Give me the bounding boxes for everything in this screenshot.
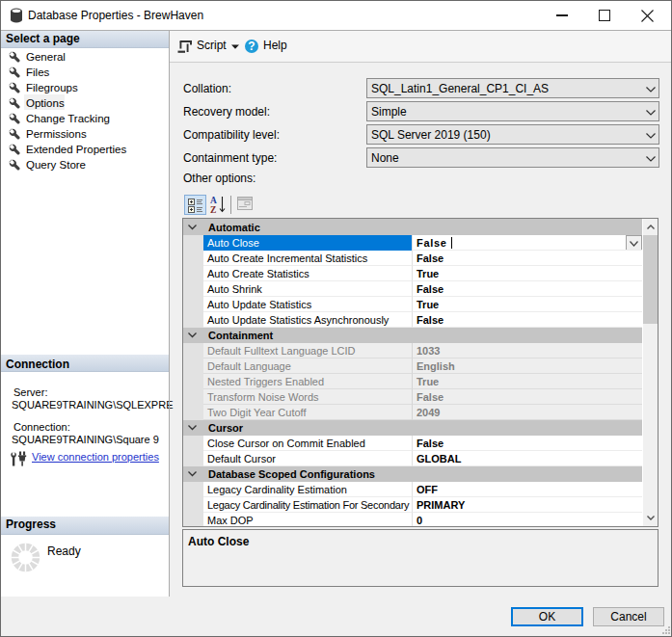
svg-text:Z: Z: [210, 205, 216, 215]
svg-text:A: A: [210, 196, 217, 205]
svg-text:?: ?: [248, 40, 255, 53]
